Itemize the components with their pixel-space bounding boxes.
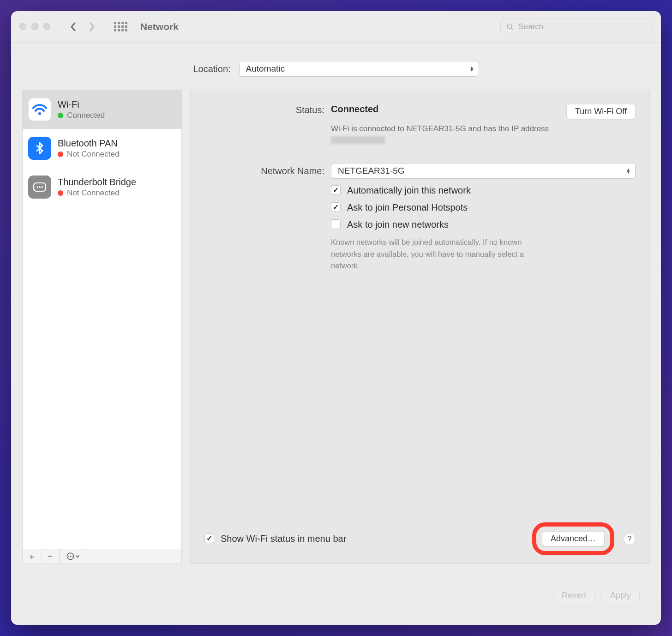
service-actions-menu[interactable]	[60, 549, 86, 563]
status-row: Status: Connected Turn Wi-Fi Off	[204, 104, 636, 119]
status-dot-icon	[58, 151, 63, 157]
ask-new-hint: Known networks will be joined automatica…	[331, 236, 552, 272]
status-dot-icon	[58, 190, 63, 196]
service-status-text: Not Connected	[67, 188, 119, 198]
ask-new-row: Ask to join new networks	[331, 219, 636, 230]
sidebar-toolbar: ＋ −	[22, 549, 182, 564]
detail-footer: Show Wi-Fi status in menu bar Advanced… …	[204, 513, 636, 555]
chevron-right-icon	[88, 21, 96, 32]
help-icon: ?	[628, 535, 632, 543]
zoom-window-button[interactable]	[43, 23, 50, 30]
detail-panel: Status: Connected Turn Wi-Fi Off Wi-Fi i…	[190, 90, 650, 564]
service-item-thunderbolt[interactable]: Thunderbolt Bridge Not Connected	[23, 168, 181, 206]
wifi-icon	[28, 98, 51, 121]
service-name: Thunderbolt Bridge	[58, 177, 136, 188]
location-row: Location: Automatic ▲▼	[22, 61, 650, 77]
service-status-text: Connected	[67, 111, 105, 120]
service-name: Wi-Fi	[58, 99, 105, 110]
back-button[interactable]	[67, 18, 80, 36]
service-text: Wi-Fi Connected	[58, 99, 105, 120]
preferences-window: Network Location: Automatic ▲▼	[11, 11, 661, 625]
window-footer: Revert Apply	[22, 577, 650, 614]
page-title: Network	[140, 21, 179, 32]
updown-stepper-icon: ▲▼	[626, 168, 630, 174]
status-dot-icon	[58, 113, 63, 118]
search-field[interactable]	[500, 18, 653, 35]
ask-hotspot-checkbox[interactable]	[331, 202, 341, 212]
service-status: Not Connected	[58, 150, 119, 159]
service-sidebar: Wi-Fi Connected Bluetooth PAN	[22, 90, 182, 564]
status-value: Connected	[331, 104, 378, 115]
ask-new-label: Ask to join new networks	[347, 219, 449, 230]
ask-new-checkbox[interactable]	[331, 219, 341, 229]
ellipsis-circle-icon	[66, 552, 79, 560]
auto-join-checkbox[interactable]	[331, 185, 341, 195]
show-all-button[interactable]	[114, 22, 127, 31]
status-description-text: Wi-Fi is connected to NETGEAR31-5G and h…	[331, 124, 549, 133]
svg-point-8	[68, 556, 69, 557]
show-menubar-checkbox[interactable]	[204, 533, 214, 543]
service-item-bluetooth[interactable]: Bluetooth PAN Not Connected	[23, 129, 181, 168]
advanced-highlight: Advanced…	[532, 522, 614, 555]
service-item-wifi[interactable]: Wi-Fi Connected	[23, 90, 181, 129]
svg-point-6	[41, 186, 43, 188]
svg-line-1	[511, 28, 513, 30]
chevron-down-icon	[76, 555, 79, 558]
thunderbolt-bridge-icon	[28, 176, 51, 199]
menu-bar-row: Show Wi-Fi status in menu bar	[204, 533, 346, 544]
service-status: Not Connected	[58, 188, 136, 198]
auto-join-row: Automatically join this network	[331, 185, 636, 196]
search-icon	[506, 23, 514, 31]
svg-point-2	[38, 112, 41, 115]
bluetooth-icon	[28, 137, 51, 160]
location-value: Automatic	[246, 64, 285, 74]
service-text: Thunderbolt Bridge Not Connected	[58, 177, 136, 198]
columns: Wi-Fi Connected Bluetooth PAN	[22, 90, 650, 564]
titlebar: Network	[11, 11, 661, 42]
window-controls	[19, 23, 50, 30]
advanced-button[interactable]: Advanced…	[542, 531, 605, 546]
network-name-row: Network Name: NETGEAR31-5G ▲▼	[204, 163, 636, 179]
remove-service-button[interactable]: −	[41, 549, 60, 563]
close-window-button[interactable]	[19, 23, 26, 30]
apply-button[interactable]: Apply	[601, 588, 640, 603]
service-status: Connected	[58, 111, 105, 120]
auto-join-label: Automatically join this network	[347, 185, 471, 196]
search-input[interactable]	[518, 22, 647, 31]
minimize-window-button[interactable]	[31, 23, 38, 30]
help-button[interactable]: ?	[624, 533, 636, 545]
network-name-select[interactable]: NETGEAR31-5G ▲▼	[331, 163, 636, 179]
service-status-text: Not Connected	[67, 150, 119, 159]
service-text: Bluetooth PAN Not Connected	[58, 138, 119, 159]
toggle-wifi-button[interactable]: Turn Wi-Fi Off	[566, 104, 636, 119]
status-label: Status:	[204, 104, 324, 115]
network-name-value: NETGEAR31-5G	[338, 166, 405, 176]
svg-point-4	[36, 186, 38, 188]
location-label: Location:	[193, 64, 230, 74]
svg-point-10	[71, 556, 72, 557]
chevron-left-icon	[70, 21, 77, 32]
revert-button[interactable]: Revert	[553, 588, 595, 603]
add-service-button[interactable]: ＋	[23, 549, 41, 563]
toolbar-spacer	[86, 549, 181, 563]
service-name: Bluetooth PAN	[58, 138, 119, 149]
svg-point-9	[70, 556, 71, 557]
forward-button[interactable]	[85, 18, 98, 36]
service-list: Wi-Fi Connected Bluetooth PAN	[22, 90, 182, 549]
status-description: Wi-Fi is connected to NETGEAR31-5G and h…	[331, 123, 557, 146]
show-menubar-label: Show Wi-Fi status in menu bar	[221, 533, 346, 544]
ask-hotspot-label: Ask to join Personal Hotspots	[347, 202, 468, 213]
location-select[interactable]: Automatic ▲▼	[239, 61, 479, 77]
network-name-label: Network Name:	[204, 166, 324, 176]
updown-stepper-icon: ▲▼	[470, 66, 474, 72]
content-body: Location: Automatic ▲▼ Wi-Fi	[11, 42, 661, 625]
svg-point-5	[39, 186, 41, 188]
redacted-ip	[331, 136, 385, 144]
ask-hotspot-row: Ask to join Personal Hotspots	[331, 202, 636, 213]
